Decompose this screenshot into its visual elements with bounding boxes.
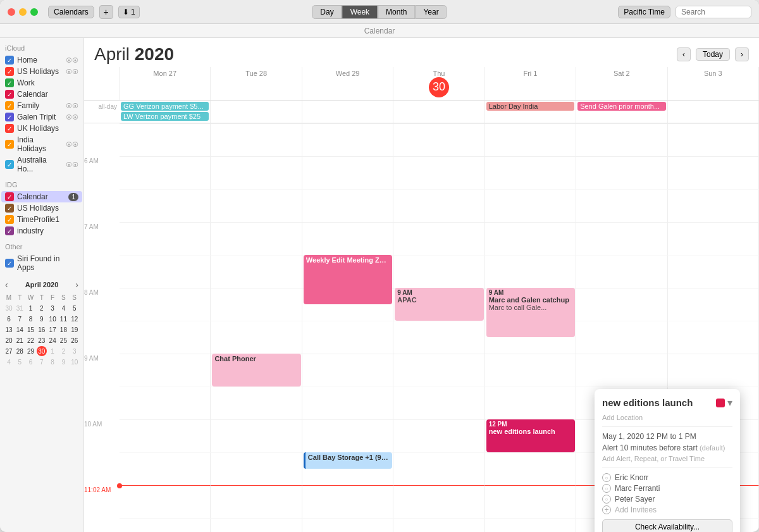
cell-thu-5[interactable] bbox=[393, 123, 484, 156]
calendars-button[interactable]: Calendars bbox=[48, 6, 94, 18]
cell-sat-830[interactable] bbox=[576, 321, 667, 354]
popup-chevron[interactable]: ▾ bbox=[727, 397, 732, 409]
cell-tue-1130[interactable] bbox=[211, 518, 302, 532]
time-grid-container[interactable]: 6 AM bbox=[84, 123, 759, 532]
popup-add-alert[interactable]: Add Alert, Repeat, or Travel Time bbox=[602, 455, 732, 462]
cell-tue-830[interactable] bbox=[211, 321, 302, 354]
cell-mon-11[interactable] bbox=[120, 485, 211, 518]
sidebar-item-timeprofile[interactable]: ✓ TimeProfile1 bbox=[1, 214, 82, 225]
mini-day[interactable]: 6 bbox=[26, 357, 36, 367]
cell-mon-6[interactable] bbox=[120, 156, 211, 189]
allday-event[interactable]: LW Verizon payment $25 bbox=[121, 112, 209, 121]
cell-thu-6[interactable] bbox=[393, 156, 484, 189]
mini-day[interactable]: 9 bbox=[37, 314, 47, 324]
mini-day[interactable]: 30 bbox=[4, 303, 14, 313]
mini-day[interactable]: 7 bbox=[37, 357, 47, 367]
cell-tue-11[interactable] bbox=[211, 485, 302, 518]
cell-thu-830[interactable] bbox=[393, 321, 484, 354]
cell-fri-730[interactable] bbox=[485, 255, 576, 288]
mini-day[interactable]: 19 bbox=[70, 325, 80, 335]
cell-thu-7[interactable] bbox=[393, 222, 484, 255]
minimize-button[interactable] bbox=[19, 8, 27, 16]
mini-day[interactable]: 21 bbox=[15, 335, 25, 345]
mini-day[interactable]: 28 bbox=[15, 346, 25, 356]
cell-sat-7[interactable] bbox=[576, 222, 667, 255]
timezone-select[interactable]: Pacific Time bbox=[618, 6, 670, 18]
cal-prev-button[interactable]: ‹ bbox=[677, 47, 691, 61]
cell-tue-7[interactable] bbox=[211, 222, 302, 255]
mini-day[interactable]: 5 bbox=[70, 303, 80, 313]
event-new-editions[interactable]: 12 PM new editions launch bbox=[486, 419, 575, 452]
cell-sun-8[interactable] bbox=[668, 288, 759, 321]
cell-mon-630[interactable] bbox=[120, 189, 211, 222]
cell-tue-5[interactable] bbox=[211, 123, 302, 156]
cell-wed-1130[interactable] bbox=[302, 518, 393, 532]
sidebar-item-calendar[interactable]: ✓ Calendar bbox=[1, 89, 82, 100]
sidebar-item-australia[interactable]: ✓ Australia Ho... ⦿⦿ bbox=[1, 154, 82, 175]
cal-today-button[interactable]: Today bbox=[696, 48, 730, 61]
mini-day[interactable]: 2 bbox=[37, 303, 47, 313]
cell-tue-730[interactable] bbox=[211, 255, 302, 288]
sidebar-item-us-holidays[interactable]: ✓ US Holidays ⦿⦿ bbox=[1, 66, 82, 77]
cell-tue-6[interactable] bbox=[211, 156, 302, 189]
view-month-button[interactable]: Month bbox=[378, 5, 415, 19]
cell-sun-630[interactable] bbox=[668, 189, 759, 222]
mini-day[interactable]: 6 bbox=[4, 314, 14, 324]
cell-wed-7[interactable] bbox=[302, 222, 393, 255]
cell-tue-1030[interactable] bbox=[211, 452, 302, 485]
mini-day[interactable]: 8 bbox=[47, 357, 58, 367]
sidebar-item-idg-us[interactable]: ✓ US Holidays bbox=[1, 202, 82, 214]
event-chat-phoner[interactable]: Chat Phoner bbox=[212, 354, 300, 387]
mini-day[interactable]: 23 bbox=[37, 335, 47, 345]
cell-tue-8[interactable] bbox=[211, 288, 302, 321]
cell-fri-630[interactable] bbox=[485, 189, 576, 222]
cell-sun-7[interactable] bbox=[668, 222, 759, 255]
event-marc-galen[interactable]: 9 AM Marc and Galen catchup Marc to call… bbox=[486, 288, 575, 337]
check-availability-button[interactable]: Check Availability... bbox=[602, 519, 732, 532]
cell-wed-630[interactable] bbox=[302, 189, 393, 222]
mini-day[interactable]: 3 bbox=[47, 303, 58, 313]
mini-day[interactable]: 5 bbox=[15, 357, 25, 367]
sidebar-item-siri[interactable]: ✓ Siri Found in Apps bbox=[1, 253, 82, 273]
event-apac[interactable]: 9 AM APAC bbox=[395, 288, 483, 321]
cell-tue-10[interactable] bbox=[211, 419, 302, 452]
cell-tue-630[interactable] bbox=[211, 189, 302, 222]
mini-day[interactable]: 17 bbox=[47, 325, 58, 335]
mini-day[interactable]: 4 bbox=[58, 303, 68, 313]
cell-thu-1030[interactable] bbox=[393, 452, 484, 485]
cell-mon-9[interactable] bbox=[120, 354, 211, 387]
mini-day[interactable]: 10 bbox=[70, 357, 80, 367]
allday-event[interactable]: Labor Day India bbox=[486, 102, 574, 111]
cell-fri-7[interactable] bbox=[485, 222, 576, 255]
cell-mon-1030[interactable] bbox=[120, 452, 211, 485]
mini-day[interactable]: 4 bbox=[4, 357, 14, 367]
search-input[interactable] bbox=[676, 6, 751, 18]
cell-mon-5[interactable] bbox=[120, 123, 211, 156]
mini-day[interactable]: 29 bbox=[26, 346, 36, 356]
mini-day[interactable]: 10 bbox=[47, 314, 58, 324]
cell-sun-830[interactable] bbox=[668, 321, 759, 354]
cell-sun-730[interactable] bbox=[668, 255, 759, 288]
add-event-button[interactable]: + bbox=[99, 5, 113, 19]
sidebar-item-india[interactable]: ✓ India Holidays ⦿⦿ bbox=[1, 134, 82, 154]
allday-event[interactable]: Send Galen prior month... bbox=[577, 102, 665, 111]
cell-sun-5[interactable] bbox=[668, 123, 759, 156]
cell-thu-9[interactable] bbox=[393, 354, 484, 387]
event-weekly-edit[interactable]: Weekly Edit Meeting Zoo... bbox=[304, 255, 392, 304]
popup-add-invitees[interactable]: + Add Invitees bbox=[602, 505, 732, 514]
sidebar-item-family[interactable]: ✓ Family ⦿⦿ bbox=[1, 100, 82, 111]
cell-fri-1130[interactable] bbox=[485, 518, 576, 532]
cell-thu-730[interactable] bbox=[393, 255, 484, 288]
cell-thu-630[interactable] bbox=[393, 189, 484, 222]
mini-day[interactable]: 7 bbox=[15, 314, 25, 324]
cell-sat-8[interactable] bbox=[576, 288, 667, 321]
cell-wed-11[interactable] bbox=[302, 485, 393, 518]
cell-sat-5[interactable] bbox=[576, 123, 667, 156]
view-week-button[interactable]: Week bbox=[342, 5, 378, 19]
cell-sat-630[interactable] bbox=[576, 189, 667, 222]
cell-thu-930[interactable] bbox=[393, 387, 484, 419]
cell-fri-9[interactable] bbox=[485, 354, 576, 387]
mini-day[interactable]: 1 bbox=[47, 346, 58, 356]
mini-day-today[interactable]: 30 bbox=[37, 346, 47, 356]
popup-add-location[interactable]: Add Location bbox=[602, 414, 732, 421]
